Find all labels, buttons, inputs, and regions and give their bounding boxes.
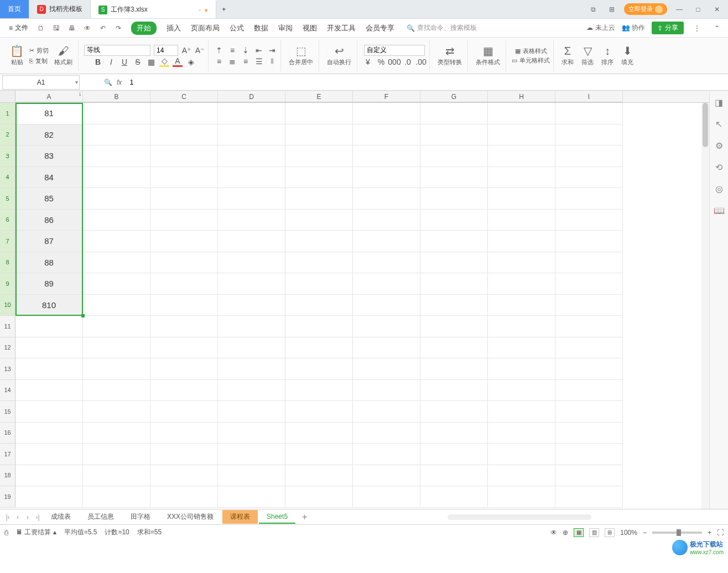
increase-decimal-icon[interactable]: .00 xyxy=(416,57,426,67)
cell[interactable] xyxy=(555,273,623,295)
cell[interactable] xyxy=(353,210,420,231)
sheet-nav-prev-icon[interactable]: ‹ xyxy=(13,513,22,521)
tab-home[interactable]: 首页 xyxy=(0,0,29,18)
cell[interactable] xyxy=(353,465,420,487)
row-header[interactable]: 15 xyxy=(0,401,15,423)
cell[interactable] xyxy=(218,231,285,252)
redo-icon[interactable]: ↷ xyxy=(113,23,123,33)
cell[interactable] xyxy=(420,401,488,423)
cell[interactable] xyxy=(150,337,218,359)
cell[interactable] xyxy=(150,423,218,444)
tab-menu-icon[interactable]: ▫ xyxy=(199,6,201,14)
cell[interactable] xyxy=(150,210,218,231)
cell[interactable] xyxy=(420,145,488,167)
cell[interactable] xyxy=(285,210,353,231)
zoom-mode-icon[interactable]: ⊕ xyxy=(563,529,568,536)
cell[interactable] xyxy=(555,124,623,146)
menu-tab-member[interactable]: 会员专享 xyxy=(366,23,394,33)
format-painter-button[interactable]: 🖌格式刷 xyxy=(52,44,75,67)
cell[interactable] xyxy=(420,337,488,359)
cell[interactable] xyxy=(555,444,623,465)
cell[interactable] xyxy=(150,444,218,465)
cell[interactable] xyxy=(83,145,150,167)
cell[interactable] xyxy=(285,145,353,167)
file-menu-button[interactable]: ≡ 文件 xyxy=(4,21,33,35)
indent-increase-icon[interactable]: ⇥ xyxy=(267,45,277,55)
cell[interactable] xyxy=(488,423,555,444)
cell[interactable] xyxy=(150,380,218,402)
cell[interactable] xyxy=(420,465,488,487)
cell[interactable] xyxy=(420,380,488,402)
sum-button[interactable]: Σ求和 xyxy=(559,44,576,67)
fx-icon[interactable]: fx xyxy=(117,79,122,86)
cell[interactable] xyxy=(15,380,83,402)
align-center-icon[interactable]: ≣ xyxy=(227,56,237,66)
cell[interactable] xyxy=(353,252,420,274)
cell[interactable] xyxy=(353,103,420,124)
cell[interactable] xyxy=(218,188,285,210)
cell[interactable] xyxy=(15,423,83,444)
conditional-format-button[interactable]: ▦条件格式 xyxy=(474,44,502,67)
cell[interactable]: 810 xyxy=(15,295,83,316)
cell[interactable] xyxy=(353,401,420,423)
settings-icon[interactable]: ⚙ xyxy=(715,140,723,151)
cell[interactable] xyxy=(285,124,353,146)
cell[interactable] xyxy=(83,358,150,380)
name-box[interactable]: A1 ▾ xyxy=(2,75,80,90)
cell[interactable]: 83 xyxy=(15,145,83,167)
cell[interactable] xyxy=(83,401,150,423)
cell[interactable] xyxy=(353,444,420,465)
collab-button[interactable]: 👥 协作 xyxy=(622,23,645,33)
sort-button[interactable]: ↕排序 xyxy=(599,44,616,67)
cell[interactable] xyxy=(218,337,285,359)
cell[interactable] xyxy=(353,423,420,444)
view-normal-icon[interactable]: ▦ xyxy=(574,528,584,537)
cell[interactable] xyxy=(555,295,623,316)
cell[interactable] xyxy=(150,465,218,487)
percent-icon[interactable]: % xyxy=(376,57,386,67)
comma-icon[interactable]: 000 xyxy=(389,57,399,67)
cell[interactable]: 88 xyxy=(15,252,83,274)
cut-button[interactable]: ✂剪切 xyxy=(29,46,49,55)
cell[interactable] xyxy=(150,358,218,380)
cell[interactable] xyxy=(218,103,285,124)
cell[interactable] xyxy=(83,465,150,487)
menu-tab-start[interactable]: 开始 xyxy=(131,22,157,35)
cell[interactable] xyxy=(150,231,218,252)
sheet-nav-last-icon[interactable]: ›| xyxy=(33,513,42,521)
row-header[interactable]: 18 xyxy=(0,465,15,487)
cell[interactable] xyxy=(353,337,420,359)
cell[interactable] xyxy=(420,210,488,231)
cell[interactable] xyxy=(420,124,488,146)
row-header[interactable]: 7 xyxy=(0,231,15,252)
cell[interactable] xyxy=(218,465,285,487)
type-convert-button[interactable]: ⇄类型转换 xyxy=(435,44,464,67)
cell[interactable] xyxy=(353,358,420,380)
align-top-icon[interactable]: ⇡ xyxy=(214,45,224,55)
cell[interactable] xyxy=(420,358,488,380)
cell[interactable] xyxy=(83,103,150,124)
cell[interactable] xyxy=(488,167,555,189)
cell[interactable] xyxy=(285,358,353,380)
cell[interactable] xyxy=(150,103,218,124)
cell[interactable] xyxy=(218,486,285,508)
row-header[interactable]: 13 xyxy=(0,358,15,380)
sheet-tab[interactable]: XXX公司销售额 xyxy=(159,510,221,524)
cell[interactable] xyxy=(555,358,623,380)
cell[interactable] xyxy=(218,358,285,380)
cell[interactable] xyxy=(420,103,488,124)
cell[interactable] xyxy=(488,103,555,124)
cell[interactable] xyxy=(488,401,555,423)
align-bottom-icon[interactable]: ⇣ xyxy=(241,45,251,55)
horizontal-scrollbar[interactable] xyxy=(448,514,591,520)
vertical-scrollbar[interactable] xyxy=(701,103,709,509)
fullscreen-icon[interactable]: ⛶ xyxy=(717,529,724,536)
cell[interactable] xyxy=(150,124,218,146)
cell[interactable] xyxy=(218,444,285,465)
cell[interactable] xyxy=(488,210,555,231)
cell[interactable] xyxy=(488,380,555,402)
italic-button[interactable]: I xyxy=(106,57,116,67)
cell[interactable] xyxy=(83,337,150,359)
number-format-select[interactable] xyxy=(364,45,425,56)
cell[interactable] xyxy=(420,295,488,316)
